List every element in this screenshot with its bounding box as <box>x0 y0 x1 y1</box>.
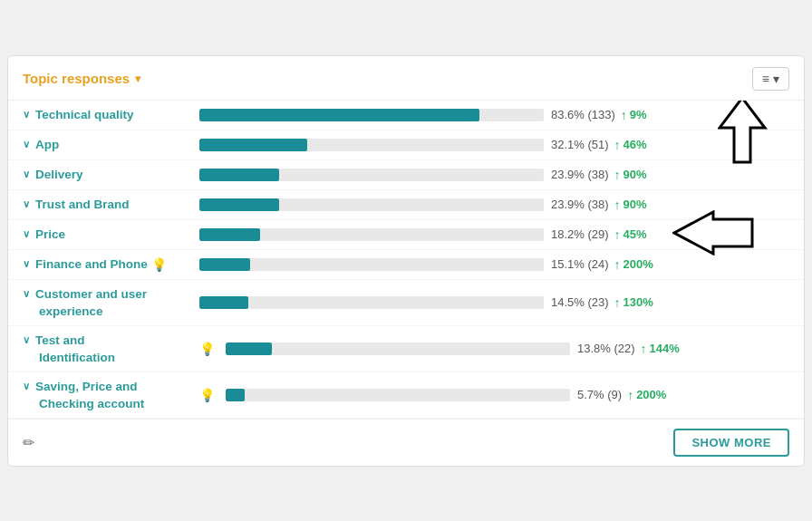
row-label-text: Test and <box>35 333 85 347</box>
header-title-dropdown[interactable]: Topic responses ▾ <box>23 71 140 86</box>
bar-fill-app <box>199 139 307 151</box>
row-price[interactable]: ∨ Price 18.2% (29) ↑ 45% <box>8 220 804 250</box>
show-more-button[interactable]: SHOW MORE <box>673 429 789 457</box>
row-finance-and-phone[interactable]: ∨ Finance and Phone 💡 15.1% (24) ↑ 200% <box>8 250 804 280</box>
bar-stats-delivery: 23.9% (38) ↑ 90% <box>551 168 669 182</box>
bar-fill-customer-user-experience <box>199 296 248 309</box>
trend-value: 144% <box>650 342 680 355</box>
topic-responses-card: Topic responses ▾ ≡ ▾ ∨ Technical qualit… <box>7 55 805 467</box>
trend-arrow-icon: ↑ <box>614 257 621 272</box>
bar-fill-test-and-identification <box>226 343 272 355</box>
bar-section-customer-user-experience: 14.5% (23) ↑ 130% <box>199 295 789 310</box>
filter-dropdown-icon: ▾ <box>773 72 779 86</box>
trend-value: 90% <box>624 168 647 181</box>
bar-fill-technical-quality <box>199 109 479 121</box>
collapse-icon[interactable]: ∨ <box>23 381 30 392</box>
bulb-icon: 💡 <box>199 388 215 402</box>
trend-value: 130% <box>624 295 653 309</box>
bar-stats-technical-quality: 83.6% (133) ↑ 9% <box>551 108 669 122</box>
bulb-icon: 💡 <box>199 342 215 356</box>
row-customer-user-experience[interactable]: ∨ Customer and user experience 14.5% (23… <box>8 280 804 326</box>
row-label-app: ∨ App <box>23 138 199 151</box>
row-saving-price-checking[interactable]: ∨ Saving, Price and Checking account 💡 5… <box>8 372 804 419</box>
collapse-icon[interactable]: ∨ <box>23 198 30 210</box>
trend-arrow-icon: ↑ <box>614 227 621 242</box>
chevron-down-icon: ▾ <box>135 72 140 85</box>
trend-arrow-icon: ↑ <box>614 138 621 152</box>
row-label-text: Trust and Brand <box>35 198 130 211</box>
edit-icon[interactable]: ✏ <box>23 434 34 451</box>
collapse-icon[interactable]: ∨ <box>23 139 30 150</box>
trend-delivery: ↑ 90% <box>614 168 647 182</box>
bar-container-trust-and-brand <box>199 198 544 211</box>
collapse-icon[interactable]: ∨ <box>23 228 30 240</box>
row-label-saving-price-checking: ∨ Saving, Price and Checking account <box>23 380 199 410</box>
row-label-text: Saving, Price and <box>35 380 138 393</box>
bar-section-delivery: 23.9% (38) ↑ 90% <box>199 168 789 182</box>
row-label-text: Finance and Phone <box>35 257 148 271</box>
row-delivery[interactable]: ∨ Delivery 23.9% (38) ↑ 90% <box>8 160 804 190</box>
pct-count-price: 18.2% (29) <box>551 227 609 241</box>
bar-container-app <box>199 139 544 151</box>
trend-technical-quality: ↑ 9% <box>621 108 647 122</box>
trend-arrow-icon: ↑ <box>641 342 647 356</box>
bar-section-saving-price-checking: 💡 5.7% (9) ↑ 200% <box>199 388 789 402</box>
bar-stats-trust-and-brand: 23.9% (38) ↑ 90% <box>551 198 669 212</box>
bar-fill-delivery <box>199 169 279 181</box>
bar-section-finance-and-phone: 15.1% (24) ↑ 200% <box>199 257 789 272</box>
bar-stats-app: 32.1% (51) ↑ 46% <box>551 138 669 152</box>
bar-container-delivery <box>199 169 544 181</box>
bar-container-saving-price-checking <box>226 389 570 401</box>
row-label-text: Price <box>35 227 65 241</box>
collapse-icon[interactable]: ∨ <box>23 258 30 270</box>
pct-count-delivery: 23.9% (38) <box>551 168 609 181</box>
trend-value: 90% <box>624 198 647 211</box>
trend-customer-user-experience: ↑ 130% <box>614 295 653 310</box>
trend-arrow-icon: ↑ <box>627 388 633 402</box>
row-label-text: App <box>35 138 59 151</box>
pct-count-technical-quality: 83.6% (133) <box>551 108 615 121</box>
trend-trust-and-brand: ↑ 90% <box>614 198 647 212</box>
row-label-finance-and-phone: ∨ Finance and Phone 💡 <box>23 257 199 272</box>
collapse-icon[interactable]: ∨ <box>23 288 30 300</box>
trend-value: 9% <box>630 108 647 121</box>
bar-stats-finance-and-phone: 15.1% (24) ↑ 200% <box>551 257 669 272</box>
row-trust-and-brand[interactable]: ∨ Trust and Brand 23.9% (38) ↑ 90% <box>8 190 804 220</box>
filter-button[interactable]: ≡ ▾ <box>752 67 789 91</box>
trend-value: 200% <box>624 257 653 271</box>
bar-container-technical-quality <box>199 109 544 121</box>
card-header: Topic responses ▾ ≡ ▾ <box>8 56 804 101</box>
row-label-line2: experience <box>23 304 103 318</box>
bar-fill-trust-and-brand <box>199 198 279 211</box>
row-label-trust-and-brand: ∨ Trust and Brand <box>23 198 199 211</box>
rows-container: ∨ Technical quality 83.6% (133) ↑ 9% <box>8 101 804 419</box>
collapse-icon[interactable]: ∨ <box>23 169 30 180</box>
bar-section-trust-and-brand: 23.9% (38) ↑ 90% <box>199 198 789 212</box>
bar-section-test-and-identification: 💡 13.8% (22) ↑ 144% <box>199 342 789 356</box>
row-label-price: ∨ Price <box>23 227 199 241</box>
trend-price: ↑ 45% <box>614 227 647 242</box>
bar-fill-saving-price-checking <box>226 389 245 401</box>
row-app[interactable]: ∨ App 32.1% (51) ↑ 46% <box>8 130 804 160</box>
row-label-text: Delivery <box>35 168 83 181</box>
bar-fill-finance-and-phone <box>199 258 250 271</box>
row-label-test-and-identification: ∨ Test and Identification <box>23 333 199 364</box>
trend-value: 46% <box>624 138 647 151</box>
bar-container-customer-user-experience <box>199 296 544 309</box>
pct-count-test-and-identification: 13.8% (22) <box>577 342 635 355</box>
bar-section-price: 18.2% (29) ↑ 45% <box>199 227 789 242</box>
row-test-and-identification[interactable]: ∨ Test and Identification 💡 13.8% (22) ↑… <box>8 326 804 372</box>
pct-count-app: 32.1% (51) <box>551 138 609 151</box>
collapse-icon[interactable]: ∨ <box>23 109 30 121</box>
bar-container-price <box>199 228 544 241</box>
collapse-icon[interactable]: ∨ <box>23 334 30 346</box>
trend-finance-and-phone: ↑ 200% <box>614 257 653 272</box>
row-label-text: Customer and user <box>35 287 147 301</box>
trend-value: 200% <box>636 388 666 401</box>
trend-value: 45% <box>624 227 647 241</box>
row-label-technical-quality: ∨ Technical quality <box>23 108 199 121</box>
trend-arrow-icon: ↑ <box>614 295 621 310</box>
bulb-icon: 💡 <box>151 257 167 272</box>
row-label-delivery: ∨ Delivery <box>23 168 199 181</box>
row-technical-quality[interactable]: ∨ Technical quality 83.6% (133) ↑ 9% <box>8 101 804 130</box>
